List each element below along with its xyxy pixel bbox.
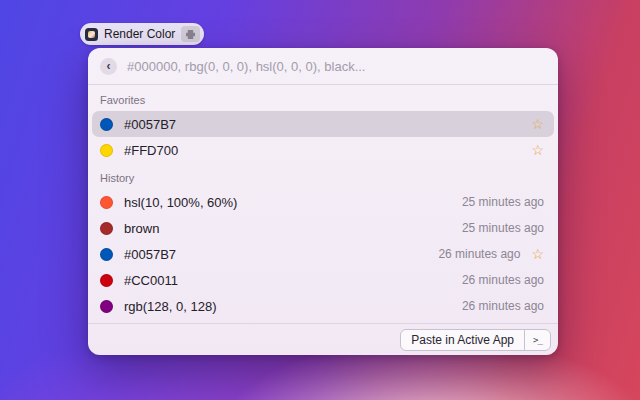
color-row[interactable]: #0057B7 26 minutes ago ☆ (92, 241, 554, 267)
color-list: Favorites #0057B7 ☆ #FFD700 ☆ History hs… (88, 85, 558, 323)
color-row-label: hsl(10, 100%, 60%) (124, 195, 237, 210)
color-swatch-icon (100, 222, 113, 235)
color-row-timestamp: 26 minutes ago (462, 273, 544, 287)
list-section: Favorites #0057B7 ☆ #FFD700 ☆ (92, 85, 554, 163)
color-swatch-icon (100, 196, 113, 209)
app-badge[interactable]: Render Color (80, 23, 204, 45)
paste-button-label: Paste in Active App (401, 330, 524, 350)
color-row-label: #0057B7 (124, 117, 176, 132)
back-button[interactable]: ‹ (100, 58, 117, 75)
paste-in-active-app-button[interactable]: Paste in Active App >_ (400, 329, 551, 351)
color-row-label: #0057B7 (124, 247, 176, 262)
footer-bar: Paste in Active App >_ (88, 323, 558, 355)
color-swatch-icon (100, 144, 113, 157)
color-swatch-icon (100, 248, 113, 261)
color-swatch-icon (100, 274, 113, 287)
color-swatch-icon (100, 300, 113, 313)
color-row-label: #FFD700 (124, 143, 178, 158)
render-color-app-icon (85, 28, 98, 41)
color-row[interactable]: #0057B7 ☆ (92, 111, 554, 137)
color-row[interactable]: rgb(128, 0, 128) 26 minutes ago (92, 293, 554, 319)
color-picker-window: ‹ Favorites #0057B7 ☆ #FFD700 ☆ History … (88, 48, 558, 355)
color-row-timestamp: 26 minutes ago (438, 247, 520, 261)
section-title: History (92, 163, 554, 189)
color-row-timestamp: 25 minutes ago (462, 221, 544, 235)
favorite-star-icon[interactable]: ☆ (531, 143, 544, 158)
color-row[interactable]: #CC0011 26 minutes ago (92, 267, 554, 293)
list-section: History hsl(10, 100%, 60%) 25 minutes ag… (92, 163, 554, 319)
favorite-star-icon[interactable]: ☆ (531, 247, 544, 262)
color-row[interactable]: #FFD700 ☆ (92, 137, 554, 163)
color-row-label: brown (124, 221, 159, 236)
color-row-timestamp: 25 minutes ago (462, 195, 544, 209)
app-badge-label: Render Color (104, 27, 175, 41)
color-row[interactable]: hsl(10, 100%, 60%) 25 minutes ago (92, 189, 554, 215)
color-row-timestamp: 26 minutes ago (462, 299, 544, 313)
desktop-background: Render Color ‹ Favorites #0057B7 ☆ #FFD7… (0, 0, 640, 400)
favorite-star-icon[interactable]: ☆ (531, 117, 544, 132)
color-row-label: rgb(128, 0, 128) (124, 299, 217, 314)
search-input[interactable] (127, 59, 546, 74)
color-swatch-icon (100, 118, 113, 131)
printer-icon[interactable] (181, 26, 200, 42)
color-row-label: #CC0011 (124, 273, 178, 288)
section-title: Favorites (92, 85, 554, 111)
search-bar: ‹ (88, 48, 558, 85)
enter-shortcut-icon: >_ (524, 330, 550, 350)
color-row[interactable]: brown 25 minutes ago (92, 215, 554, 241)
